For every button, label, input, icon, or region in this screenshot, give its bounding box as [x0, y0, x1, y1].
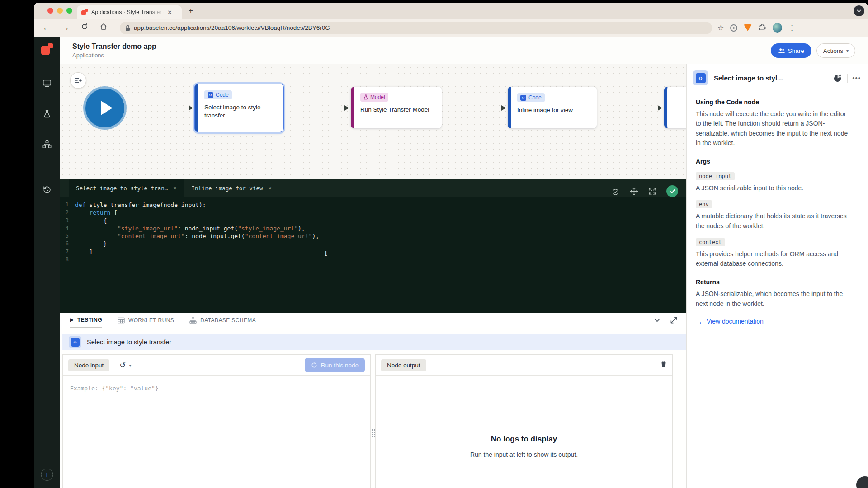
line-number: 3	[60, 217, 75, 225]
fullscreen-expand-icon[interactable]	[648, 187, 656, 195]
code-icon: ‹›	[520, 95, 526, 101]
schema-icon	[189, 317, 197, 324]
app-header: Style Transfer demo app Applications Sha…	[60, 37, 868, 64]
workflow-node[interactable]: ‹›CodeSelect image to style transfer	[195, 84, 283, 132]
sidebar-item-models[interactable]	[34, 105, 60, 123]
model-badge: Model	[360, 93, 388, 102]
node-docs-panel: ‹› Select image to styl... ••• Using the…	[686, 64, 868, 488]
share-button[interactable]: Share	[771, 43, 811, 58]
line-number: 5	[60, 232, 75, 240]
profile-avatar[interactable]	[773, 23, 782, 33]
view-documentation-link[interactable]: → View documentation	[696, 318, 849, 325]
workflow-node[interactable]: ‹›CodeInline image for view	[508, 87, 597, 128]
code-line[interactable]: 6 }	[60, 240, 686, 248]
line-number: 1	[60, 201, 75, 209]
arg-name-chip: env	[696, 200, 712, 208]
edge-arrowhead-icon	[501, 105, 506, 111]
floating-help-button[interactable]	[856, 476, 868, 488]
address-bar[interactable]: app.baseten.co/applications/20aa106/work…	[120, 22, 712, 34]
workflow-node[interactable]	[664, 87, 686, 128]
run-worklet-play-button[interactable]	[83, 86, 127, 130]
tab-testing[interactable]: ▶ TESTING	[70, 313, 102, 328]
docs-section-title: Using the Code node	[696, 99, 849, 106]
toolbar-extensions: ☆ ⋮	[717, 23, 795, 33]
workflow-node[interactable]: ModelRun Style Transfer Model	[351, 87, 442, 128]
minimize-window-button[interactable]	[57, 8, 63, 14]
browser-window: Applications · Style Transfer de ✕ + ← →…	[34, 3, 868, 488]
tab-close-icon[interactable]: ✕	[167, 9, 172, 16]
user-avatar[interactable]: T	[41, 469, 53, 481]
docs-section-body: This node will execute the code you writ…	[696, 109, 849, 148]
extensions-puzzle-icon[interactable]	[758, 23, 766, 33]
url-text: app.baseten.co/applications/20aa106/work…	[134, 24, 330, 31]
close-icon[interactable]: ✕	[173, 185, 176, 191]
forward-button[interactable]: →	[59, 23, 72, 33]
browser-tab[interactable]: Applications · Style Transfer de ✕	[77, 5, 182, 19]
tab-strip: Applications · Style Transfer de ✕ +	[34, 3, 868, 19]
bookmark-star-icon[interactable]: ☆	[717, 23, 724, 32]
app-sidebar: T	[34, 37, 60, 488]
maximize-window-button[interactable]	[66, 8, 72, 14]
schema-tree-icon	[42, 139, 52, 149]
code-editor[interactable]: 1def style_transfer_image(node_input):2 …	[60, 197, 686, 313]
code-line[interactable]: 3 {	[60, 217, 686, 225]
code-line[interactable]: 5 "content_image_url": node_input.get("c…	[60, 232, 686, 240]
empty-output-subtitle: Run the input at left to show its output…	[383, 451, 665, 458]
node-output-panel: Node output No logs to display Run the i…	[375, 354, 673, 488]
extension-icon[interactable]	[730, 24, 737, 32]
input-history-dropdown[interactable]: ↺ ▾	[119, 361, 131, 370]
model-flask-icon	[363, 94, 368, 100]
bottom-panel-tabs: ▶ TESTING WORKLET RUNS DATABASE SCHEMA	[60, 313, 686, 328]
tab-title: Applications · Style Transfer de	[91, 9, 164, 15]
close-window-button[interactable]	[47, 8, 53, 14]
arg-description: This provides helper methods for ORM acc…	[696, 249, 849, 269]
metamask-icon[interactable]	[744, 24, 752, 31]
worklet-canvas[interactable]: ‹›CodeSelect image to style transferMode…	[60, 64, 686, 179]
empty-output-state: No logs to display Run the input at left…	[383, 435, 665, 458]
back-button[interactable]: ←	[40, 23, 53, 33]
flask-icon	[42, 109, 52, 119]
toggle-panel-button[interactable]	[70, 72, 86, 89]
code-line[interactable]: 1def style_transfer_image(node_input):	[60, 201, 686, 209]
usage-pie-icon[interactable]	[833, 73, 843, 83]
clear-output-button[interactable]	[660, 361, 667, 370]
baseten-logo[interactable]	[41, 43, 53, 55]
code-line[interactable]: 7 ]	[60, 248, 686, 256]
collapse-chevron-icon[interactable]	[654, 317, 660, 324]
line-number: 7	[60, 248, 75, 256]
code-line[interactable]: 4 "style_image_url": node_input.get("sty…	[60, 225, 686, 232]
divider	[847, 74, 848, 83]
breadcrumb: Applications	[72, 52, 156, 59]
code-line[interactable]: 2 return [	[60, 209, 686, 216]
format-timer-icon[interactable]	[611, 187, 620, 196]
home-button[interactable]	[97, 23, 110, 33]
panel-resize-handle[interactable]	[372, 429, 375, 437]
code-line[interactable]: 8	[60, 256, 686, 263]
node-output-label: Node output	[381, 359, 426, 371]
sidebar-item-data[interactable]	[34, 135, 60, 153]
saved-status-icon	[666, 185, 678, 197]
close-icon[interactable]: ✕	[268, 185, 271, 191]
window-controls[interactable]	[47, 8, 72, 14]
arrow-right-icon: →	[696, 318, 703, 325]
expand-panel-icon[interactable]	[670, 317, 677, 324]
page-title: Style Transfer demo app	[72, 42, 156, 51]
sidebar-item-history[interactable]	[34, 181, 60, 199]
monitor-icon	[42, 78, 52, 88]
editor-tab[interactable]: Select image to style tran…✕	[69, 179, 184, 197]
editor-tab[interactable]: Inline image for view✕	[184, 179, 279, 197]
tab-search-button[interactable]	[854, 5, 864, 16]
tab-database-schema[interactable]: DATABASE SCHEMA	[189, 313, 256, 328]
more-options-icon[interactable]: •••	[852, 74, 861, 82]
actions-button[interactable]: Actions ▾	[816, 43, 855, 58]
tab-worklet-runs[interactable]: WORKLET RUNS	[118, 313, 174, 328]
new-tab-button[interactable]: +	[189, 6, 193, 15]
reload-button[interactable]	[78, 23, 91, 33]
sidebar-item-applications[interactable]	[34, 74, 60, 92]
docs-returns-body: A JSON-serializable, which becomes the i…	[696, 289, 849, 309]
run-this-node-button[interactable]: Run this node	[305, 358, 365, 372]
node-input-editor[interactable]: Example: {"key": "value"}	[63, 376, 370, 488]
workflow-edge	[127, 108, 189, 108]
browser-menu-icon[interactable]: ⋮	[788, 24, 795, 32]
move-pan-icon[interactable]	[630, 187, 638, 196]
